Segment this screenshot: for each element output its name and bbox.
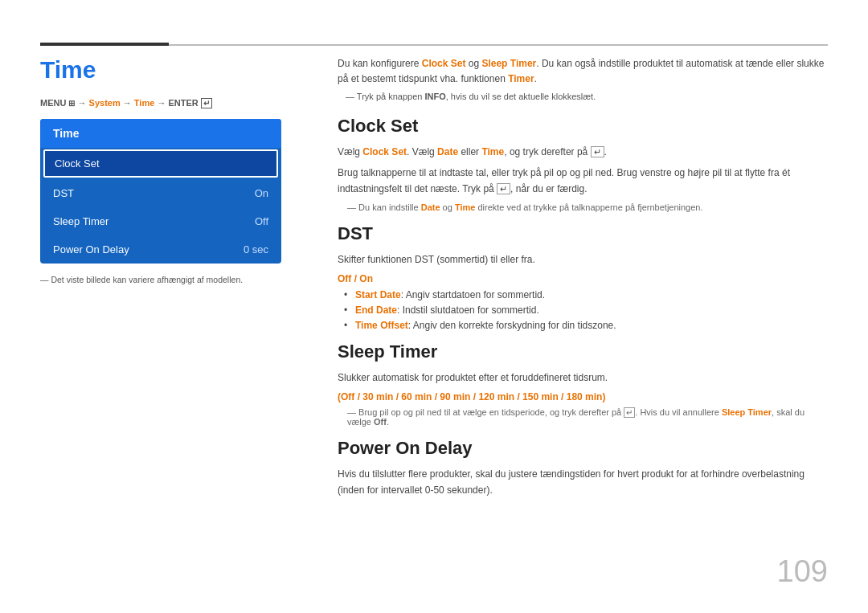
- clock-set-note: Du kan indstille Date og Time direkte ve…: [338, 202, 828, 212]
- left-note: — Det viste billede kan variere afhængig…: [40, 275, 297, 284]
- intro-clockset-ref: Clock Set: [422, 58, 466, 69]
- sleep-timer-label: Sleep Timer: [53, 215, 108, 227]
- sleep-timer-para1: Slukker automatisk for produktet efter e…: [338, 370, 828, 386]
- section-title-clock-set: Clock Set: [338, 116, 828, 137]
- ui-menu-box: Time Clock Set DST On Sleep Timer Off Po…: [40, 119, 281, 264]
- dst-off-on-label: Off / On: [338, 273, 828, 284]
- section-title-power-on-delay: Power On Delay: [338, 438, 828, 459]
- dst-label: DST: [53, 187, 74, 199]
- intro-note: Tryk på knappen INFO, hvis du vil se det…: [338, 92, 828, 101]
- page-title: Time: [40, 56, 297, 84]
- clock-set-para1: Vælg Clock Set. Vælg Date eller Time, og…: [338, 145, 828, 161]
- sleep-timer-options: (Off / 30 min / 60 min / 90 min / 120 mi…: [338, 391, 828, 403]
- intro-paragraph: Du kan konfigurere Clock Set og Sleep Ti…: [338, 56, 828, 87]
- clock-set-label: Clock Set: [55, 157, 100, 170]
- power-on-delay-label: Power On Delay: [53, 243, 129, 255]
- intro-timer-ref: Timer: [508, 73, 534, 84]
- sleep-timer-note: Brug pil op og pil ned til at vælge en t…: [338, 407, 828, 427]
- dst-bullet-time-offset: Time Offset: Angiv den korrekte forskydn…: [344, 318, 828, 333]
- power-on-delay-value: 0 sec: [244, 243, 268, 255]
- menu-path-text: MENU: [40, 98, 68, 108]
- ui-menu-item-sleep-timer[interactable]: Sleep Timer Off: [40, 207, 281, 235]
- menu-path: MENU ⊞ → System → Time → ENTER ↵: [40, 98, 297, 108]
- ui-box-header: Time: [40, 119, 281, 148]
- power-on-delay-para1: Hvis du tilslutter flere produkter, skal…: [338, 467, 828, 499]
- left-panel: Time MENU ⊞ → System → Time → ENTER ↵ Ti…: [40, 56, 297, 284]
- right-panel: Du kan konfigurere Clock Set og Sleep Ti…: [338, 56, 828, 504]
- section-title-dst: DST: [338, 223, 828, 244]
- section-title-sleep-timer: Sleep Timer: [338, 341, 828, 362]
- ui-menu-item-power-on-delay[interactable]: Power On Delay 0 sec: [40, 235, 281, 264]
- ui-menu-item-dst[interactable]: DST On: [40, 179, 281, 207]
- menu-system: System: [89, 98, 121, 108]
- sleep-timer-value: Off: [255, 215, 268, 227]
- dst-bullet-start-date: Start Date: Angiv startdatoen for sommer…: [344, 288, 828, 303]
- page-number: 109: [777, 554, 828, 589]
- menu-time: Time: [134, 98, 154, 108]
- dst-bullet-end-date: End Date: Indstil slutdatoen for sommert…: [344, 303, 828, 318]
- top-line-accent: [40, 43, 169, 46]
- intro-sleeptimer-ref: Sleep Timer: [481, 58, 536, 69]
- ui-menu-item-clock-set[interactable]: Clock Set: [43, 149, 278, 178]
- dst-value: On: [255, 187, 268, 199]
- clock-set-para2: Brug talknapperne til at indtaste tal, e…: [338, 166, 828, 198]
- dst-para1: Skifter funktionen DST (sommertid) til e…: [338, 252, 828, 268]
- dst-bullet-list: Start Date: Angiv startdatoen for sommer…: [344, 288, 828, 334]
